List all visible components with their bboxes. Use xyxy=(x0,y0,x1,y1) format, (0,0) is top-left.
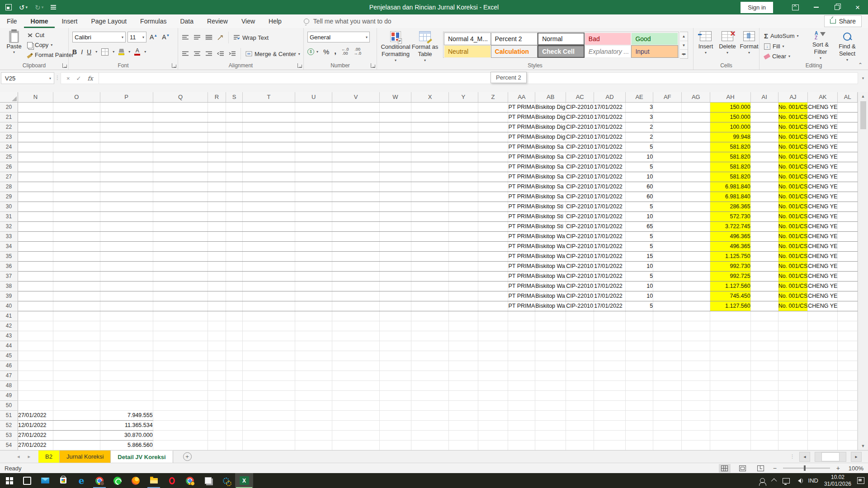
grid-cell[interactable] xyxy=(838,211,858,221)
grid-cell[interactable]: CIP-22010 xyxy=(566,152,594,162)
grid-cell[interactable] xyxy=(838,380,858,390)
grid-cell[interactable] xyxy=(100,211,153,221)
grid-cell[interactable] xyxy=(808,430,838,440)
grid-cell[interactable] xyxy=(226,271,242,281)
redo-button[interactable]: ↻▾ xyxy=(35,4,43,11)
grid-cell[interactable] xyxy=(243,122,295,132)
grid-cell[interactable] xyxy=(332,371,379,380)
grid-cell[interactable]: 5 xyxy=(626,241,653,251)
chrome-app[interactable] xyxy=(90,473,108,488)
enter-formula-icon[interactable]: ✓ xyxy=(76,75,81,82)
grid-cell[interactable] xyxy=(653,142,682,152)
grid-cell[interactable] xyxy=(750,380,778,390)
grid-cell[interactable] xyxy=(379,112,411,122)
grid-cell[interactable] xyxy=(682,440,710,450)
grid-cell[interactable] xyxy=(566,390,594,400)
grid-cell[interactable] xyxy=(295,211,332,221)
grid-cell[interactable] xyxy=(535,390,566,400)
grid-cell[interactable]: CHENG YE xyxy=(808,251,838,261)
grid-cell[interactable] xyxy=(100,192,153,202)
comma-style-button[interactable]: , xyxy=(334,47,336,56)
horizontal-scroll-thumb[interactable] xyxy=(821,452,840,461)
grid-cell[interactable]: CHENG YE xyxy=(808,211,838,221)
row-header-27[interactable]: 27 xyxy=(0,172,18,182)
grid-cell[interactable] xyxy=(53,281,100,291)
grid-cell[interactable] xyxy=(153,271,208,281)
grid-cell[interactable] xyxy=(448,331,478,341)
row-header-51[interactable]: 51 xyxy=(0,410,18,420)
grid-cell[interactable] xyxy=(710,351,750,361)
worksheet-grid[interactable]: NOPQRSTUVWXYZAAABACADAEAFAGAHAIAJAKAL20P… xyxy=(0,92,858,450)
grid-cell[interactable]: PT PRIMA xyxy=(508,152,535,162)
grid-cell[interactable] xyxy=(208,271,226,281)
grid-cell[interactable] xyxy=(653,400,682,410)
mail-app[interactable] xyxy=(36,473,54,488)
grid-cell[interactable] xyxy=(750,211,778,221)
grid-cell[interactable] xyxy=(243,311,295,321)
cell-style-normalsel[interactable]: Normal xyxy=(538,33,585,45)
grid-cell[interactable] xyxy=(808,361,838,371)
grid-cell[interactable] xyxy=(243,152,295,162)
grid-cell[interactable] xyxy=(332,112,379,122)
grid-cell[interactable]: Biskitop Dig xyxy=(535,112,566,122)
clear-button[interactable]: Clear▾ xyxy=(764,53,799,60)
grid-cell[interactable] xyxy=(838,331,858,341)
firefox-app[interactable] xyxy=(127,473,145,488)
grid-cell[interactable] xyxy=(53,251,100,261)
grid-cell[interactable] xyxy=(566,410,594,420)
grid-cell[interactable] xyxy=(750,281,778,291)
row-header-49[interactable]: 49 xyxy=(0,390,18,400)
grid-cell[interactable] xyxy=(626,361,653,371)
grid-cell[interactable] xyxy=(478,271,508,281)
grid-cell[interactable] xyxy=(208,390,226,400)
grid-cell[interactable]: 745.450 xyxy=(710,291,750,301)
grid-cell[interactable] xyxy=(53,132,100,142)
grid-cell[interactable] xyxy=(379,142,411,152)
grid-cell[interactable] xyxy=(838,112,858,122)
grid-cell[interactable]: No. 001/CS xyxy=(778,301,808,311)
borders-button[interactable] xyxy=(101,48,108,56)
grid-cell[interactable] xyxy=(153,361,208,371)
grid-cell[interactable]: 10 xyxy=(626,281,653,291)
grid-cell[interactable] xyxy=(594,380,626,390)
grid-cell[interactable]: 65 xyxy=(626,221,653,231)
grid-cell[interactable] xyxy=(778,430,808,440)
insert-function-icon[interactable]: fx xyxy=(88,75,93,82)
grid-cell[interactable] xyxy=(332,211,379,221)
grid-cell[interactable] xyxy=(750,341,778,351)
grid-cell[interactable]: 60 xyxy=(626,192,653,202)
grid-cell[interactable] xyxy=(682,410,710,420)
grid-cell[interactable] xyxy=(18,400,53,410)
vertical-scrollbar[interactable]: ▲ ▼ xyxy=(858,92,868,450)
grid-cell[interactable] xyxy=(153,172,208,182)
grid-cell[interactable]: 60 xyxy=(626,182,653,192)
grid-cell[interactable]: CIP-22010 xyxy=(566,261,594,271)
grid-cell[interactable] xyxy=(226,321,242,331)
grid-cell[interactable]: CIP-22010 xyxy=(566,142,594,152)
grid-cell[interactable] xyxy=(208,331,226,341)
grid-cell[interactable] xyxy=(566,380,594,390)
people-icon[interactable] xyxy=(760,478,765,483)
grid-cell[interactable]: CHENG YE xyxy=(808,281,838,291)
grid-cell[interactable] xyxy=(243,231,295,241)
grid-cell[interactable]: PT PRIMA xyxy=(508,291,535,301)
grid-cell[interactable] xyxy=(448,261,478,271)
row-header-53[interactable]: 53 xyxy=(0,430,18,440)
grid-cell[interactable] xyxy=(653,182,682,192)
grid-cell[interactable] xyxy=(653,231,682,241)
formula-input[interactable] xyxy=(99,72,858,84)
grid-cell[interactable] xyxy=(100,371,153,380)
grid-cell[interactable] xyxy=(53,361,100,371)
grid-cell[interactable] xyxy=(508,371,535,380)
grid-cell[interactable] xyxy=(208,182,226,192)
grid-cell[interactable] xyxy=(379,241,411,251)
grid-cell[interactable]: Biskitop Wa xyxy=(535,301,566,311)
grid-cell[interactable] xyxy=(478,311,508,321)
grid-cell[interactable] xyxy=(710,361,750,371)
grid-cell[interactable] xyxy=(243,241,295,251)
gears-app[interactable] xyxy=(217,473,235,488)
grid-cell[interactable] xyxy=(153,420,208,430)
row-header-42[interactable]: 42 xyxy=(0,321,18,331)
zoom-level[interactable]: 100% xyxy=(846,465,863,472)
grid-cell[interactable] xyxy=(332,172,379,182)
